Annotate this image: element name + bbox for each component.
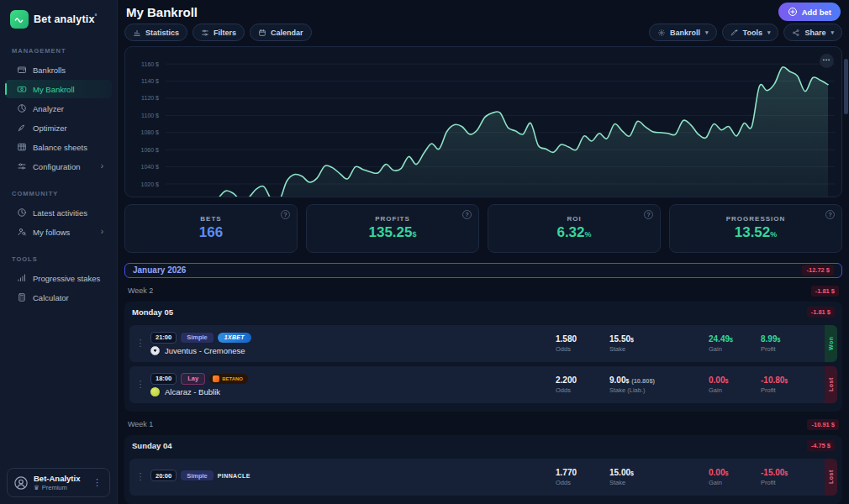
share-icon: [792, 29, 800, 37]
add-bet-label: Add bet: [802, 8, 831, 17]
month-header[interactable]: January 2026 -12.72 $: [124, 263, 842, 278]
bet-stats: 1.770 Odds 15.00$ Stake 0.00$ Gain -15.0…: [556, 468, 825, 486]
bet-status-tab: Won: [825, 325, 837, 362]
share-dropdown-button[interactable]: Share ▾: [783, 24, 842, 41]
user-card[interactable]: Bet-Analytix ♛Premium ⋮: [7, 468, 110, 497]
sidebar: Bet analytix° MANAGEMENT Bankrolls My Ba…: [0, 0, 118, 504]
day-total-badge: -4.75 $: [807, 440, 835, 451]
main-content: My Bankroll Add bet Statistics Filters C…: [118, 0, 849, 504]
svg-text:1040 $: 1040 $: [141, 164, 160, 170]
day-label: Sunday 04: [132, 441, 172, 450]
sidebar-item-configuration[interactable]: Configuration ›: [5, 157, 112, 176]
scrollbar-thumb[interactable]: [844, 59, 848, 114]
line-chart: 1160 $1140 $1120 $1100 $1080 $1060 $1040…: [125, 47, 841, 197]
toolbar-left: Statistics Filters Calendar: [124, 24, 312, 41]
day-header: Monday 05 -1.81 $: [124, 302, 842, 322]
stats-row: ? BETS 166 ? PROFITS 135.25$ ? ROI 6.32%…: [124, 204, 842, 253]
filter-sliders-icon: [201, 29, 209, 37]
help-icon[interactable]: ?: [644, 210, 653, 219]
plus-circle-icon: [788, 7, 798, 17]
chevron-down-icon: ▾: [767, 29, 771, 36]
wrench-icon: [730, 29, 739, 37]
bankroll-dropdown-button[interactable]: Bankroll ▾: [649, 24, 717, 41]
match-name: Alcaraz - Bublik: [165, 387, 220, 396]
nav-section-tools: TOOLS Progressive stakes Calculator: [0, 249, 117, 314]
sidebar-item-calculator[interactable]: Calculator: [5, 288, 112, 307]
bet-stats: 2.200 Odds 9.00$ (10.80$) Stake (Liab.) …: [556, 375, 825, 394]
sidebar-item-balance-sheets[interactable]: Balance sheets: [5, 138, 112, 156]
bet-row[interactable]: ⋮ 20:00 Simple PINNACLE 1.770 Odds 15.00…: [129, 459, 837, 496]
week-row: Week 1 -10.91 $: [124, 419, 842, 430]
day-label: Monday 05: [132, 307, 173, 317]
help-icon[interactable]: ?: [825, 210, 835, 219]
tools-dropdown-button[interactable]: Tools ▾: [722, 24, 779, 41]
odds-column: 1.770 Odds: [556, 468, 609, 486]
rocket-icon: [17, 123, 27, 133]
avatar: [13, 475, 29, 491]
toolbar: Statistics Filters Calendar Bankroll ▾ T…: [124, 24, 842, 41]
stat-value: 13.52%: [735, 224, 778, 241]
bet-time-badge: 18:00: [150, 373, 177, 385]
help-icon[interactable]: ?: [281, 210, 290, 219]
week-row: Week 2 -1.81 $: [124, 286, 842, 297]
help-icon[interactable]: ?: [462, 210, 472, 219]
nav-section-title: MANAGEMENT: [0, 44, 117, 60]
day-total-badge: -1.81 $: [807, 307, 835, 318]
svg-text:1140 $: 1140 $: [141, 78, 159, 84]
stat-card-progression: ? PROGRESSION 13.52%: [669, 204, 842, 253]
day-card-sunday: Sunday 04 -4.75 $ ⋮ 20:00 Simple PINNACL…: [124, 435, 842, 504]
drag-handle-icon[interactable]: ⋮: [135, 338, 145, 349]
sidebar-item-progressive-stakes[interactable]: Progressive stakes: [5, 269, 112, 287]
sidebar-item-optimizer[interactable]: Optimizer: [5, 118, 112, 137]
sidebar-item-analyzer[interactable]: Analyzer: [5, 99, 112, 118]
nav-section-management: MANAGEMENT Bankrolls My Bankroll Analyze…: [0, 40, 117, 183]
stat-card-profits: ? PROFITS 135.25$: [306, 204, 479, 253]
day-card-monday: Monday 05 -1.81 $ ⋮ 21:00 Simple 1XBET J…: [124, 302, 842, 412]
sidebar-item-my-bankroll[interactable]: My Bankroll: [5, 80, 112, 98]
svg-text:1020 $: 1020 $: [141, 181, 160, 187]
month-total-badge: -12.72 $: [802, 265, 834, 276]
drag-handle-icon[interactable]: ⋮: [135, 471, 145, 482]
svg-text:1080 $: 1080 $: [141, 130, 160, 136]
bet-type-badge: Simple: [181, 333, 214, 343]
bet-type-badge: Lay: [181, 373, 205, 385]
banknote-icon: [17, 84, 27, 94]
table-icon: [17, 142, 27, 152]
sidebar-item-label: Optimizer: [33, 123, 67, 133]
stat-label: BETS: [200, 215, 221, 223]
bet-type-badge: Simple: [181, 470, 214, 480]
stat-label: ROI: [567, 215, 581, 223]
sliders-icon: [17, 161, 27, 171]
svg-text:1060 $: 1060 $: [141, 147, 160, 153]
week-total-badge: -10.91 $: [807, 419, 839, 430]
calendar-button[interactable]: Calendar: [250, 24, 312, 41]
user-menu-icon[interactable]: ⋮: [91, 475, 103, 490]
add-bet-button[interactable]: Add bet: [778, 3, 841, 21]
bet-info: 20:00 Simple PINNACLE: [150, 465, 250, 489]
sidebar-item-my-follows[interactable]: My follows ›: [5, 223, 112, 241]
statistics-button[interactable]: Statistics: [124, 24, 187, 41]
svg-text:1100 $: 1100 $: [141, 113, 159, 118]
bookmaker-badge: PINNACLE: [218, 473, 250, 479]
sidebar-item-bankrolls[interactable]: Bankrolls: [5, 60, 112, 79]
drag-handle-icon[interactable]: ⋮: [135, 379, 145, 390]
svg-text:1120 $: 1120 $: [141, 96, 159, 102]
bet-row[interactable]: ⋮ 18:00 Lay BETANO Alcaraz - Bublik 2.20…: [129, 366, 837, 403]
month-label: January 2026: [133, 265, 186, 275]
calculator-icon: [17, 292, 27, 302]
app-logo[interactable]: Bet analytix°: [0, 8, 117, 40]
filters-button[interactable]: Filters: [192, 24, 245, 41]
bankroll-chart: 1160 $1140 $1120 $1100 $1080 $1060 $1040…: [124, 46, 842, 197]
week-label: Week 2: [128, 286, 153, 295]
user-plan: ♛Premium: [34, 484, 80, 491]
profit-column: -15.00$ Profit: [761, 468, 825, 486]
clock-icon: [17, 207, 27, 218]
bet-row[interactable]: ⋮ 21:00 Simple 1XBET Juventus - Cremones…: [129, 325, 837, 362]
sidebar-item-label: My Bankroll: [33, 85, 75, 94]
sidebar-item-latest-activities[interactable]: Latest activities: [5, 203, 112, 222]
bookmaker-badge: BETANO: [209, 374, 248, 384]
stake-column: 15.00$ Stake: [609, 468, 709, 486]
wallet-icon: [17, 65, 27, 75]
gain-column: 24.49$ Gain: [709, 334, 761, 353]
chevron-down-icon: ▾: [705, 29, 709, 36]
